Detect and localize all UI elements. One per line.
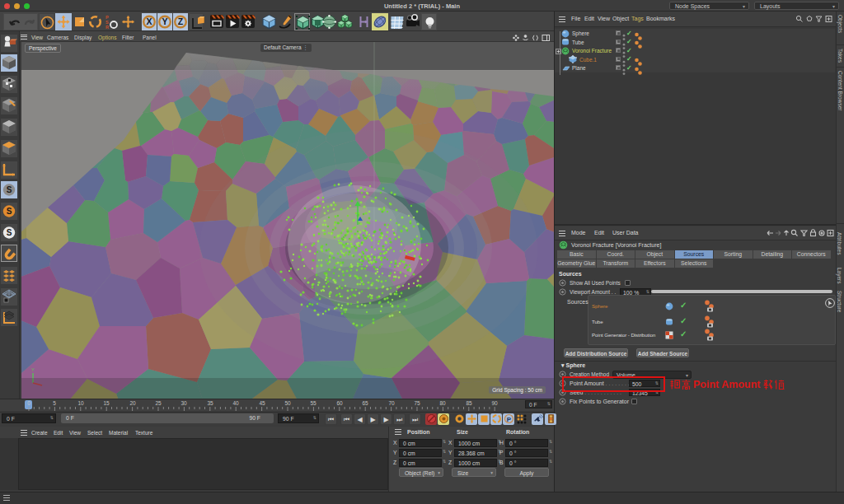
- svg-text:X: X: [146, 16, 152, 26]
- svg-text:Z: Z: [178, 16, 184, 26]
- svg-text:P: P: [506, 416, 511, 423]
- svg-text:S: S: [7, 207, 12, 216]
- svg-text:S: S: [7, 185, 12, 194]
- svg-text:R: R: [106, 25, 109, 30]
- svg-text:Y: Y: [162, 16, 167, 26]
- svg-text:S: S: [7, 228, 12, 237]
